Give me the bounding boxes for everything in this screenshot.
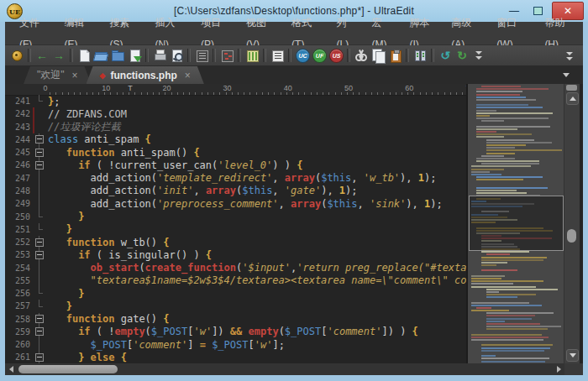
map-scroll-up-icon[interactable] — [566, 92, 579, 105]
code-line[interactable]: 242// ZDFANS.COM — [5, 107, 466, 120]
code-line[interactable]: 258 function gate() { — [5, 313, 466, 326]
line-number[interactable]: 253 — [5, 250, 33, 259]
line-number[interactable]: 260 — [5, 340, 33, 349]
line-number[interactable]: 250 — [5, 212, 33, 222]
fold-column — [33, 210, 46, 222]
tab-[interactable]: "欢迎"× — [24, 66, 92, 84]
folder-icon[interactable] — [110, 48, 125, 63]
new-file-icon[interactable] — [76, 48, 92, 63]
fold-column[interactable] — [33, 133, 46, 146]
paste-icon[interactable] — [387, 48, 402, 63]
seal-icon[interactable] — [9, 48, 24, 63]
line-number[interactable]: 249 — [5, 199, 33, 208]
document-map-viewport[interactable] — [469, 196, 564, 251]
code-line[interactable]: 245 function anti_spam() { — [5, 146, 466, 159]
cut-icon[interactable] — [354, 48, 369, 63]
code-line[interactable]: 256 } — [5, 287, 466, 300]
fold-column[interactable] — [33, 159, 46, 171]
tab-close-icon[interactable]: × — [185, 70, 191, 81]
properties-icon[interactable] — [194, 48, 209, 63]
fold-column[interactable] — [33, 313, 46, 326]
code-line[interactable]: 260 $_POST['comment'] = $_POST['w']; — [5, 338, 466, 351]
fold-toggle-icon[interactable] — [35, 161, 44, 170]
line-list-icon[interactable] — [270, 48, 285, 63]
fold-toggle-icon[interactable] — [35, 327, 44, 336]
map-scroll-down-icon[interactable] — [566, 349, 579, 362]
code-line[interactable]: 251 } — [5, 223, 466, 236]
line-number[interactable]: 259 — [5, 327, 33, 337]
scroll-left-icon[interactable] — [5, 363, 17, 375]
code-line[interactable]: 257 } — [5, 300, 466, 312]
line-number[interactable]: 247 — [5, 174, 33, 183]
code-line[interactable]: 249 add_action('preprocess_comment', arr… — [5, 197, 466, 210]
line-number[interactable]: 241 — [5, 97, 33, 106]
fold-toggle-icon[interactable] — [35, 315, 44, 323]
print-preview-icon[interactable] — [169, 48, 184, 63]
map-scrollbar-thumb[interactable] — [567, 229, 576, 243]
code-line[interactable]: 253 if ( is_singular() ) { — [5, 248, 466, 261]
line-number[interactable]: 243 — [5, 123, 33, 132]
toolbar-overflow-icon[interactable] — [471, 48, 486, 63]
fold-toggle-icon[interactable] — [35, 353, 44, 362]
fold-toggle-icon[interactable] — [35, 251, 44, 259]
fold-column[interactable] — [33, 236, 46, 248]
line-number[interactable]: 256 — [5, 289, 33, 298]
fold-toggle-icon[interactable] — [35, 135, 44, 144]
open-file-icon[interactable] — [93, 48, 108, 63]
code-line[interactable]: 255 "textarea$1name=$2w$3$4/textarea><te… — [5, 274, 466, 287]
print-icon[interactable] — [152, 48, 167, 63]
find-in-files-icon[interactable] — [219, 48, 234, 63]
code-line[interactable]: 252 function w_tb() { — [5, 236, 466, 248]
hscroll-track[interactable] — [5, 363, 564, 375]
code-line[interactable]: 247 add_action('template_redirect', arra… — [5, 172, 466, 185]
fold-column[interactable] — [33, 326, 46, 338]
line-number[interactable]: 261 — [5, 352, 33, 362]
code-line[interactable]: 261 } else { — [5, 351, 466, 363]
ultracompare-icon[interactable]: UC — [295, 48, 310, 63]
code-pane[interactable]: 241};242// ZDFANS.COM243//垃圾评论拦截244class… — [5, 95, 466, 363]
download-file-icon[interactable] — [127, 48, 142, 63]
line-number[interactable]: 252 — [5, 237, 33, 247]
document-map[interactable] — [468, 84, 580, 363]
ultrasentry-icon[interactable]: US — [328, 48, 344, 63]
fold-column[interactable] — [33, 146, 46, 159]
compare-icon[interactable] — [412, 48, 428, 63]
line-number[interactable]: 245 — [5, 148, 33, 157]
hscroll-thumb[interactable] — [18, 365, 118, 373]
toolbar-overflow-right-icon[interactable] — [562, 49, 577, 64]
line-number[interactable]: 251 — [5, 225, 33, 234]
code-line[interactable]: 241}; — [5, 95, 466, 107]
copy-icon[interactable] — [370, 48, 386, 63]
line-number[interactable]: 244 — [5, 135, 33, 144]
fold-toggle-icon[interactable] — [35, 238, 44, 247]
code-line[interactable]: 244class anti_spam { — [5, 133, 466, 146]
back-icon[interactable]: ← — [34, 48, 50, 63]
tab-list-dropdown-icon[interactable] — [560, 70, 572, 80]
fold-column[interactable] — [33, 248, 46, 261]
line-number[interactable]: 254 — [5, 264, 33, 273]
code-line[interactable]: 248 add_action('init', array($this, 'gat… — [5, 185, 466, 197]
tab-close-icon[interactable]: × — [72, 70, 78, 81]
line-number[interactable]: 255 — [5, 276, 33, 285]
scroll-right-icon[interactable] — [553, 363, 564, 375]
undo-icon[interactable]: ↺ — [438, 48, 453, 63]
line-number[interactable]: 257 — [5, 301, 33, 311]
code-line[interactable]: 254 ob_start(create_function('$input','r… — [5, 261, 466, 274]
document-map-scrollbar[interactable] — [564, 84, 580, 363]
code-line[interactable]: 259 if ( !empty($_POST['w']) && empty($_… — [5, 326, 466, 338]
tab-functions.php[interactable]: ◆functions.php× — [87, 66, 204, 84]
line-number[interactable]: 242 — [5, 109, 33, 118]
fold-toggle-icon[interactable] — [35, 149, 44, 157]
forward-icon[interactable]: → — [51, 48, 66, 63]
fold-column[interactable] — [33, 351, 46, 363]
line-number[interactable]: 248 — [5, 186, 33, 196]
ultrafinder-icon[interactable]: UF — [312, 48, 327, 63]
code-line[interactable]: 250 } — [5, 210, 466, 222]
code-line[interactable]: 246 if ( !current_user_can('level_0') ) … — [5, 159, 466, 171]
horizontal-scrollbar[interactable] — [5, 363, 583, 375]
redo-icon[interactable]: ↻ — [454, 48, 470, 63]
code-line[interactable]: 243//垃圾评论拦截 — [5, 121, 466, 133]
column-mode-icon[interactable] — [244, 48, 260, 63]
line-number[interactable]: 246 — [5, 160, 33, 170]
line-number[interactable]: 258 — [5, 315, 33, 324]
